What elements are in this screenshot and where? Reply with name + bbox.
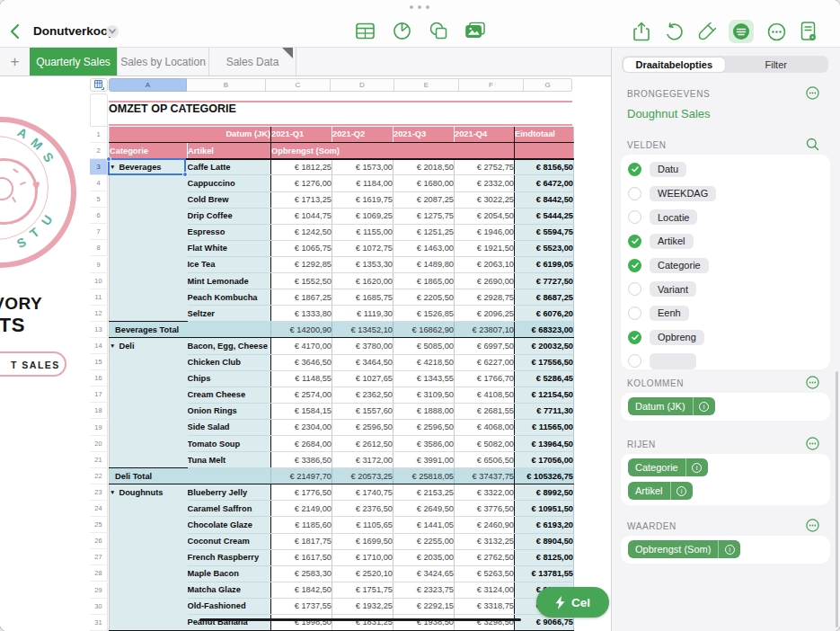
- pivot-cell[interactable]: Old-Fashioned: [188, 598, 271, 614]
- collapse-triangle-icon[interactable]: ▼: [110, 489, 115, 495]
- shapes-icon[interactable]: [429, 21, 448, 40]
- pivot-cell[interactable]: € 2520,10: [332, 565, 393, 582]
- sheet-canvas[interactable]: AMS UTS ♥ SAVORY NUTS T SALES ABCDEFG 12…: [0, 76, 611, 631]
- chart-icon[interactable]: [392, 21, 411, 40]
- pivot-cell[interactable]: € 1921,50: [455, 240, 515, 256]
- pivot-cell[interactable]: [110, 582, 188, 598]
- pivot-cell[interactable]: [110, 240, 188, 256]
- pivot-cell[interactable]: € 1065,75: [271, 240, 332, 256]
- pivot-cell[interactable]: € 3298,50: [455, 615, 515, 631]
- pivot-cell[interactable]: [110, 565, 188, 582]
- field-opbreng[interactable]: Opbreng: [621, 325, 830, 350]
- pivot-cell[interactable]: € 2574,00: [271, 387, 332, 403]
- row-header-30[interactable]: 30: [90, 599, 108, 615]
- pivot-cell[interactable]: € 1766,70: [455, 370, 515, 387]
- row-header-15[interactable]: 15: [90, 354, 108, 370]
- pivot-cell[interactable]: € 1463,00: [393, 240, 455, 256]
- pivot-cell[interactable]: € 3386,50: [271, 452, 332, 468]
- row-header-4[interactable]: 4: [90, 175, 108, 191]
- pivot-cell[interactable]: € 23807,10: [455, 322, 515, 338]
- pivot-cell[interactable]: € 1776,50: [271, 484, 332, 501]
- pivot-cell[interactable]: € 6199,05: [515, 256, 574, 272]
- pivot-cell[interactable]: [110, 387, 188, 403]
- pivot-cell[interactable]: [110, 273, 188, 289]
- column-header-g[interactable]: G: [524, 78, 572, 92]
- pivot-cell[interactable]: € 2087,25: [393, 191, 455, 208]
- pivot-cell[interactable]: € 3991,00: [393, 452, 455, 468]
- table-icon[interactable]: [355, 21, 375, 40]
- pivot-cell[interactable]: € 3464,50: [332, 354, 393, 370]
- pivot-cell[interactable]: [110, 370, 188, 387]
- rows-pill-artikel[interactable]: Artikeli: [628, 482, 693, 500]
- pivot-cell[interactable]: Beverages Total: [110, 322, 271, 338]
- pivot-cell[interactable]: 2021-Q1: [271, 127, 332, 143]
- pivot-cell[interactable]: € 1275,75: [393, 208, 455, 224]
- pivot-cell[interactable]: Espresso: [188, 224, 271, 240]
- row-header-24[interactable]: 24: [90, 501, 108, 517]
- row-header-6[interactable]: 6: [90, 208, 108, 224]
- pivot-cell[interactable]: € 1552,50: [271, 273, 332, 289]
- pivot-cell[interactable]: € 1584,15: [271, 403, 332, 419]
- row-header-31[interactable]: 31: [90, 615, 108, 631]
- pivot-cell[interactable]: € 3124,00: [455, 582, 515, 598]
- pivot-cell[interactable]: Chicken Club: [188, 354, 271, 370]
- pivot-cell[interactable]: € 3022,25: [455, 191, 515, 208]
- row-header-19[interactable]: 19: [90, 420, 108, 436]
- pivot-cell[interactable]: € 12154,50: [515, 387, 574, 403]
- pivot-cell[interactable]: Tomato Soup: [188, 435, 271, 451]
- pivot-cell[interactable]: € 8992,50: [515, 484, 574, 501]
- document-settings-icon[interactable]: [799, 22, 818, 41]
- pivot-cell[interactable]: [110, 419, 188, 435]
- info-icon[interactable]: i: [694, 402, 715, 412]
- pivot-cell[interactable]: € 2153,25: [393, 484, 455, 501]
- row-header-2[interactable]: 2: [90, 143, 108, 159]
- ellipsis-circle-icon[interactable]: [806, 519, 819, 532]
- pivot-cell[interactable]: € 1932,25: [332, 598, 393, 614]
- pivot-cell[interactable]: € 8156,50: [515, 159, 574, 175]
- pivot-cell[interactable]: € 2205,50: [393, 289, 455, 306]
- ellipsis-circle-icon[interactable]: [806, 437, 819, 450]
- pivot-cell[interactable]: Maple Bacon: [188, 565, 271, 582]
- brush-icon[interactable]: [696, 22, 716, 41]
- pivot-cell[interactable]: € 7727,50: [515, 273, 574, 289]
- pivot-cell[interactable]: € 1740,75: [332, 484, 393, 501]
- pivot-cell[interactable]: € 3318,75: [455, 598, 515, 614]
- field-eenh[interactable]: Eenh: [621, 301, 830, 325]
- row-header-11[interactable]: 11: [90, 289, 108, 306]
- unchecked-circle-icon[interactable]: [628, 187, 641, 200]
- pivot-cell[interactable]: € 1184,00: [332, 175, 393, 191]
- pivot-cell[interactable]: [110, 615, 188, 631]
- pivot-cell[interactable]: [515, 143, 574, 159]
- rows-pill-categorie[interactable]: Categoriei: [628, 458, 708, 476]
- column-header-e[interactable]: E: [394, 78, 459, 92]
- pivot-cell[interactable]: € 16862,90: [393, 322, 455, 338]
- pivot-cell[interactable]: € 1938,50: [393, 615, 455, 631]
- pivot-cell[interactable]: € 2762,50: [455, 549, 515, 565]
- pivot-cell[interactable]: € 1867,25: [271, 289, 332, 306]
- unchecked-circle-icon[interactable]: [628, 282, 641, 296]
- pivot-cell[interactable]: € 1441,05: [393, 517, 455, 533]
- pivot-cell[interactable]: € 1842,50: [271, 582, 332, 598]
- pivot-cell[interactable]: Chocolate Glaze: [188, 517, 271, 533]
- add-sheet-button[interactable]: +: [0, 48, 30, 76]
- media-icon[interactable]: [465, 21, 485, 40]
- pivot-cell[interactable]: € 1526,85: [393, 306, 455, 322]
- row-header-18[interactable]: 18: [90, 403, 108, 419]
- pivot-cell[interactable]: € 1044,75: [271, 208, 332, 224]
- pivot-cell[interactable]: € 21497,70: [271, 468, 332, 484]
- pivot-cell[interactable]: € 1817,75: [271, 533, 332, 549]
- row-header-25[interactable]: 25: [90, 517, 108, 533]
- tab-quarterly-sales[interactable]: Quarterly Sales: [30, 48, 117, 76]
- row-header-5[interactable]: 5: [90, 191, 108, 208]
- row-header-9[interactable]: 9: [90, 257, 108, 273]
- pivot-cell[interactable]: € 2612,50: [332, 435, 393, 451]
- pivot-cell[interactable]: € 8687,25: [515, 289, 574, 306]
- sidebar-tab-filter[interactable]: Filter: [725, 58, 827, 72]
- cell-action-button[interactable]: Cel: [536, 587, 609, 618]
- collapse-triangle-icon[interactable]: ▼: [110, 342, 115, 349]
- pivot-cell[interactable]: [110, 354, 188, 370]
- pivot-cell[interactable]: 2021-Q2: [332, 127, 393, 143]
- pivot-cell[interactable]: [110, 549, 188, 565]
- row-header-22[interactable]: 22: [90, 468, 108, 484]
- column-header-a[interactable]: A: [109, 78, 187, 92]
